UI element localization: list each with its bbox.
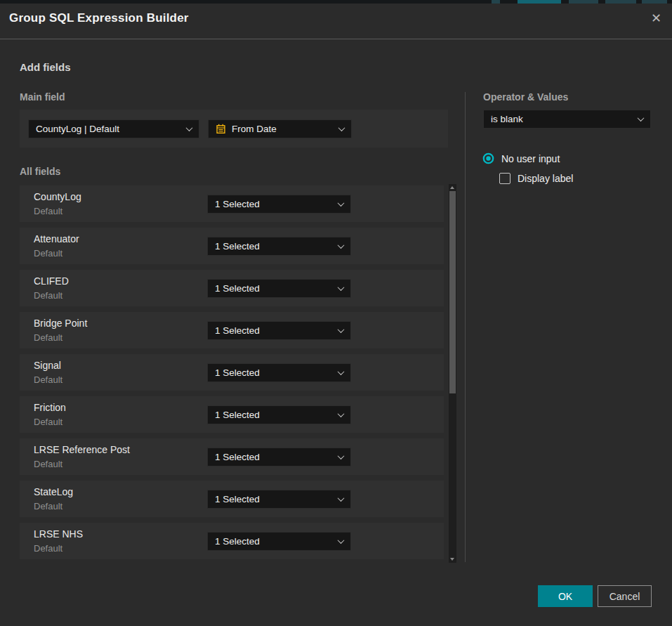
scroll-up-arrow-icon[interactable] bbox=[450, 186, 454, 189]
background-app-strip bbox=[0, 0, 672, 4]
field-row: Bridge Point Default 1 Selected bbox=[20, 312, 444, 348]
title-divider bbox=[0, 39, 672, 39]
field-name: Signal bbox=[34, 360, 61, 371]
field-subtitle: Default bbox=[34, 501, 62, 511]
field-selection-dropdown[interactable]: 1 Selected bbox=[207, 279, 351, 298]
operator-select[interactable]: is blank bbox=[483, 110, 651, 129]
operator-values-label: Operator & Values bbox=[483, 91, 568, 103]
field-row: LRSE Reference Post Default 1 Selected bbox=[20, 438, 444, 475]
display-label-label: Display label bbox=[518, 173, 573, 184]
field-subtitle: Default bbox=[34, 459, 62, 469]
main-field-panel: CountyLog | Default From Date bbox=[20, 110, 448, 148]
field-subtitle: Default bbox=[34, 374, 62, 385]
field-name: Bridge Point bbox=[34, 318, 87, 329]
field-selection-dropdown[interactable]: 1 Selected bbox=[207, 237, 351, 256]
all-fields-list: CountyLog Default 1 Selected Attenuator … bbox=[20, 185, 444, 565]
chevron-down-icon bbox=[338, 368, 345, 375]
background-fragment bbox=[569, 0, 598, 4]
field-row: Attenuator Default 1 Selected bbox=[20, 228, 444, 264]
field-selection-value: 1 Selected bbox=[215, 283, 260, 294]
field-row: Friction Default 1 Selected bbox=[20, 396, 444, 433]
chevron-down-icon bbox=[338, 495, 345, 502]
field-subtitle: Default bbox=[34, 332, 62, 343]
background-fragment bbox=[518, 0, 561, 4]
vertical-divider bbox=[465, 92, 466, 562]
field-name: Friction bbox=[34, 402, 66, 413]
field-name: LRSE Reference Post bbox=[34, 444, 130, 455]
field-subtitle: Default bbox=[34, 543, 62, 554]
chevron-down-icon bbox=[186, 124, 193, 131]
chevron-down-icon bbox=[338, 284, 345, 291]
field-name: CLIFED bbox=[34, 275, 69, 287]
field-row: LRSE NHS Default 1 Selected bbox=[20, 523, 444, 559]
layer-select[interactable]: CountyLog | Default bbox=[28, 119, 199, 138]
chevron-down-icon bbox=[638, 115, 645, 122]
field-selection-dropdown[interactable]: 1 Selected bbox=[207, 405, 351, 424]
field-selection-value: 1 Selected bbox=[215, 241, 260, 252]
background-fragment bbox=[642, 0, 667, 4]
field-subtitle: Default bbox=[34, 417, 62, 427]
field-subtitle: Default bbox=[34, 206, 62, 216]
field-selection-value: 1 Selected bbox=[215, 452, 260, 462]
no-user-input-label: No user input bbox=[501, 153, 560, 164]
field-selection-dropdown[interactable]: 1 Selected bbox=[207, 321, 351, 340]
chevron-down-icon bbox=[338, 200, 345, 207]
field-select-value: From Date bbox=[232, 124, 277, 134]
background-fragment bbox=[605, 0, 636, 4]
chevron-down-icon bbox=[338, 124, 345, 131]
field-row: CountyLog Default 1 Selected bbox=[20, 185, 444, 222]
dialog-title: Group SQL Expression Builder bbox=[9, 11, 189, 25]
field-selection-dropdown[interactable]: 1 Selected bbox=[207, 532, 351, 551]
field-selection-dropdown[interactable]: 1 Selected bbox=[207, 195, 351, 214]
field-name: StateLog bbox=[34, 486, 73, 497]
field-row: StateLog Default 1 Selected bbox=[20, 481, 444, 517]
main-field-label: Main field bbox=[20, 91, 65, 103]
scrollbar[interactable] bbox=[449, 184, 456, 563]
field-selection-value: 1 Selected bbox=[215, 410, 260, 420]
field-selection-value: 1 Selected bbox=[215, 494, 260, 504]
field-selection-value: 1 Selected bbox=[215, 199, 260, 209]
field-selection-value: 1 Selected bbox=[215, 536, 260, 547]
close-icon[interactable]: ✕ bbox=[651, 11, 661, 25]
field-row: Signal Default 1 Selected bbox=[20, 354, 444, 391]
field-select[interactable]: From Date bbox=[208, 119, 352, 138]
field-name: LRSE NHS bbox=[34, 528, 83, 540]
field-selection-dropdown[interactable]: 1 Selected bbox=[207, 448, 351, 467]
field-row: CLIFED Default 1 Selected bbox=[20, 270, 444, 306]
chevron-down-icon bbox=[338, 410, 345, 417]
field-subtitle: Default bbox=[34, 248, 62, 259]
chevron-down-icon bbox=[338, 326, 345, 333]
cancel-button[interactable]: Cancel bbox=[598, 585, 652, 607]
all-fields-label: All fields bbox=[20, 166, 60, 177]
add-fields-heading: Add fields bbox=[20, 61, 71, 73]
field-name: CountyLog bbox=[34, 191, 81, 202]
field-selection-dropdown[interactable]: 1 Selected bbox=[207, 490, 351, 509]
layer-select-value: CountyLog | Default bbox=[36, 124, 119, 134]
no-user-input-radio[interactable] bbox=[482, 152, 494, 164]
chevron-down-icon bbox=[338, 242, 345, 249]
chevron-down-icon bbox=[338, 537, 345, 544]
field-selection-value: 1 Selected bbox=[215, 367, 260, 378]
calendar-icon bbox=[216, 124, 226, 134]
field-subtitle: Default bbox=[34, 290, 62, 301]
display-label-checkbox[interactable] bbox=[499, 173, 510, 184]
chevron-down-icon bbox=[338, 452, 345, 459]
field-name: Attenuator bbox=[34, 233, 79, 244]
field-selection-value: 1 Selected bbox=[215, 325, 260, 336]
scrollbar-thumb[interactable] bbox=[449, 191, 456, 393]
ok-button[interactable]: OK bbox=[538, 585, 593, 607]
background-fragment bbox=[492, 0, 500, 4]
operator-select-value: is blank bbox=[491, 114, 523, 124]
scroll-down-arrow-icon[interactable] bbox=[450, 558, 454, 561]
field-selection-dropdown[interactable]: 1 Selected bbox=[207, 363, 351, 382]
